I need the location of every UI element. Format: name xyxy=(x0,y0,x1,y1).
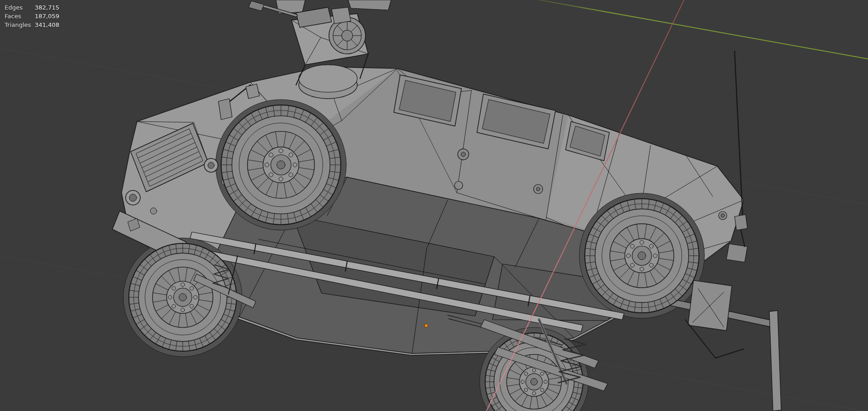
antenna-bracket xyxy=(741,230,745,247)
antenna xyxy=(735,51,747,247)
origin-point[interactable] xyxy=(424,324,428,327)
viewport-3d[interactable]: Edges 382,715 Faces 187,059 Triangles 34… xyxy=(0,0,868,411)
cowl-box xyxy=(246,84,259,99)
wheel-rear-upper[interactable] xyxy=(585,199,699,313)
mirror-head xyxy=(218,99,232,120)
stat-value: 382,715 xyxy=(35,3,59,12)
stat-row-triangles: Triangles 341,408 xyxy=(5,21,59,29)
marker-light-left xyxy=(150,208,157,214)
stat-value: 341,408 xyxy=(35,21,59,29)
stat-label: Triangles xyxy=(5,21,35,29)
axis-y-line xyxy=(524,0,868,59)
stat-label: Edges xyxy=(5,3,35,12)
muzzle xyxy=(249,1,264,11)
headlight-left-lens xyxy=(129,194,137,201)
wheel-front-upper[interactable] xyxy=(221,105,341,225)
stat-row-edges: Edges 382,715 xyxy=(5,3,59,12)
statistics-overlay: Edges 382,715 Faces 187,059 Triangles 34… xyxy=(5,3,59,29)
stat-label: Faces xyxy=(5,12,35,21)
headlight-right-lens xyxy=(208,162,214,169)
wheel-front-lower[interactable] xyxy=(129,243,237,351)
ammo-box xyxy=(332,7,351,24)
stat-value: 187,059 xyxy=(35,12,59,21)
antenna-base xyxy=(735,215,747,230)
gun-cradle-right xyxy=(348,0,391,10)
viewport-canvas[interactable] xyxy=(0,0,868,411)
vehicle-wireframe-model[interactable] xyxy=(112,0,781,411)
rear-post xyxy=(769,311,781,411)
stat-row-faces: Faces 187,059 xyxy=(5,12,59,21)
